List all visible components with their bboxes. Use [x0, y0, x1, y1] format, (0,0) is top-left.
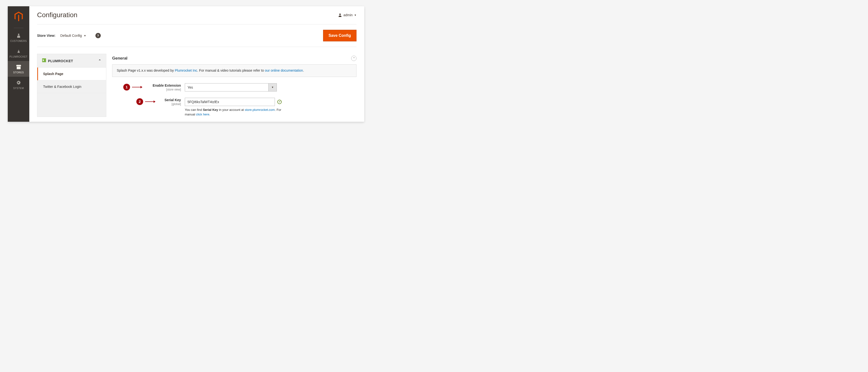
section-title: General	[112, 56, 127, 61]
config-nav: PLUMROCKET ⌃ Splash Page Twitter & Faceb…	[37, 54, 106, 117]
sidebar-item-plumrocket[interactable]: PLUMROCKET	[8, 45, 29, 61]
config-nav-item-splash-page[interactable]: Splash Page	[37, 68, 106, 80]
info-box: Splash Page v1.x.x was developed by Plum…	[112, 64, 356, 77]
enable-extension-select[interactable]: Yes ▼	[185, 83, 277, 92]
config-nav-group-plumrocket[interactable]: PLUMROCKET ⌃	[37, 54, 106, 68]
plumrocket-link[interactable]: Plumrocket Inc	[175, 68, 197, 72]
user-icon	[338, 13, 342, 17]
sidebar-item-stores[interactable]: STORES	[8, 61, 29, 77]
admin-sidebar: CUSTOMERS PLUMROCKET STORES SYSTEM	[8, 6, 29, 122]
person-icon	[8, 33, 29, 38]
annotation-1: 1	[123, 84, 142, 91]
store-link[interactable]: store.plumrocket.com	[245, 108, 275, 111]
config-nav-group-label: PLUMROCKET	[48, 59, 73, 63]
scope-label: [store view]	[112, 88, 181, 91]
help-button[interactable]: ?	[95, 33, 101, 38]
user-name: admin	[343, 13, 352, 17]
save-config-button[interactable]: Save Config	[323, 30, 356, 41]
store-view-label: Store View:	[37, 34, 56, 37]
chevron-up-icon: ⌃	[353, 57, 355, 60]
caret-down-icon: ▼	[84, 34, 86, 37]
valid-check-icon: ✓	[277, 100, 282, 104]
caret-down-icon: ▼	[354, 14, 356, 16]
arrow-right-icon	[132, 87, 142, 88]
sidebar-label: CUSTOMERS	[8, 40, 29, 42]
chevron-up-icon: ⌃	[98, 59, 101, 63]
arrow-right-icon	[145, 101, 155, 102]
store-view-switcher[interactable]: Default Config ▼	[60, 34, 86, 37]
annotation-2: 2	[136, 98, 155, 105]
serial-key-input[interactable]	[185, 98, 275, 106]
gear-icon	[8, 80, 29, 86]
plumrocket-icon	[8, 49, 29, 54]
sidebar-item-customers[interactable]: CUSTOMERS	[8, 30, 29, 45]
sidebar-label: STORES	[8, 71, 29, 74]
config-nav-item-twitter-facebook-login[interactable]: Twitter & Facebook Login	[37, 80, 106, 93]
select-value: Yes	[185, 83, 268, 91]
serial-key-label: Serial Key	[164, 98, 181, 102]
plumrocket-logo-icon	[42, 58, 46, 62]
manual-link[interactable]: click here	[196, 112, 209, 116]
sidebar-item-system[interactable]: SYSTEM	[8, 77, 29, 93]
magento-logo-icon	[14, 9, 23, 26]
stores-icon	[8, 64, 29, 70]
page-title: Configuration	[37, 11, 78, 19]
sidebar-label: SYSTEM	[8, 87, 29, 90]
collapse-section-button[interactable]: ⌃	[351, 56, 356, 61]
store-view-value: Default Config	[60, 34, 82, 37]
user-menu[interactable]: admin ▼	[338, 13, 356, 17]
enable-extension-label: Enable Extension	[153, 83, 181, 88]
svg-point-2	[339, 13, 341, 15]
sidebar-label: PLUMROCKET	[8, 56, 29, 58]
svg-rect-1	[17, 67, 21, 69]
dropdown-arrow-icon[interactable]: ▼	[268, 83, 277, 91]
serial-key-note: You can find Serial Key in your account …	[185, 107, 282, 117]
documentation-link[interactable]: our online documentation	[265, 68, 303, 72]
svg-point-0	[18, 34, 20, 35]
